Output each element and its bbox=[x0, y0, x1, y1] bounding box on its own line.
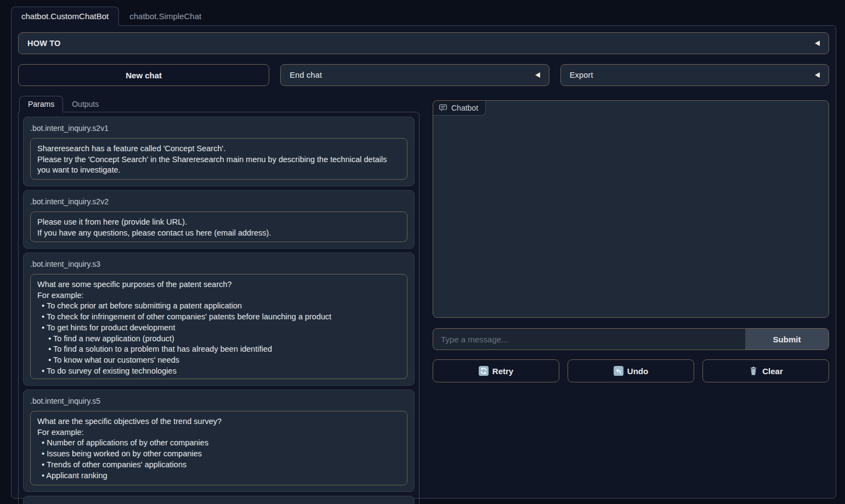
param-textarea-s2v2[interactable]: Please use it from here (provide link UR… bbox=[30, 211, 407, 242]
param-group-s5: .bot.intent_inquiry.s5 What are the spec… bbox=[23, 390, 415, 492]
chat-column: Chatbot Submit bbox=[433, 96, 829, 382]
new-chat-button[interactable]: New chat bbox=[18, 64, 269, 86]
message-composer: Submit bbox=[433, 328, 829, 350]
chevron-left-icon bbox=[815, 72, 820, 78]
param-label: .bot.intent_inquiry.s2v1 bbox=[30, 123, 407, 133]
param-label: .bot.intent_inquiry.s5 bbox=[30, 396, 407, 406]
trash-icon bbox=[748, 366, 758, 376]
clear-button[interactable]: Clear bbox=[702, 359, 829, 382]
chat-actions-row: Retry Undo bbox=[433, 359, 829, 382]
submit-button[interactable]: Submit bbox=[745, 329, 829, 350]
params-column: Params Outputs .bot.intent_inquiry.s2v1 … bbox=[18, 96, 419, 504]
param-group-s3: .bot.intent_inquiry.s3 What are some spe… bbox=[23, 253, 415, 386]
param-label: .bot.intent_inquiry.s2v2 bbox=[30, 197, 407, 207]
clear-label: Clear bbox=[762, 366, 783, 376]
retry-icon bbox=[479, 366, 489, 376]
chevron-left-icon bbox=[815, 41, 820, 46]
app-root: chatbot.CustomChatBot chatbot.SimpleChat… bbox=[0, 0, 845, 504]
undo-icon bbox=[614, 366, 623, 376]
param-group-s2v1: .bot.intent_inquiry.s2v1 Shareresearch h… bbox=[23, 117, 415, 186]
custom-chatbot-tab-panel: HOW TO New chat End chat Export Params O… bbox=[11, 25, 836, 499]
undo-button[interactable]: Undo bbox=[568, 359, 694, 382]
chatbot-label: Chatbot bbox=[433, 101, 486, 116]
chatbot-label-text: Chatbot bbox=[451, 104, 478, 112]
params-tab-nav: Params Outputs bbox=[19, 96, 419, 112]
tab-params[interactable]: Params bbox=[19, 96, 63, 112]
undo-label: Undo bbox=[627, 366, 648, 376]
message-input[interactable] bbox=[433, 329, 745, 350]
main-tab-nav: chatbot.CustomChatBot chatbot.SimpleChat bbox=[11, 7, 836, 26]
params-panel: .bot.intent_inquiry.s2v1 Shareresearch h… bbox=[18, 112, 419, 504]
retry-button[interactable]: Retry bbox=[433, 359, 559, 382]
actions-row: New chat End chat Export bbox=[18, 64, 829, 86]
end-chat-label: End chat bbox=[290, 71, 322, 79]
chatbot-panel: Chatbot bbox=[433, 100, 829, 318]
retry-label: Retry bbox=[492, 366, 513, 376]
tab-chatbot-simplechat[interactable]: chatbot.SimpleChat bbox=[119, 7, 212, 26]
chevron-left-icon bbox=[535, 72, 540, 78]
howto-label: HOW TO bbox=[27, 39, 61, 48]
tab-chatbot-customchatbot[interactable]: chatbot.CustomChatBot bbox=[11, 7, 119, 26]
content-columns: Params Outputs .bot.intent_inquiry.s2v1 … bbox=[18, 96, 829, 504]
param-group-s2v2: .bot.intent_inquiry.s2v2 Please use it f… bbox=[23, 190, 415, 249]
param-label: .bot.intent_inquiry.s3 bbox=[30, 259, 407, 269]
howto-accordion[interactable]: HOW TO bbox=[18, 32, 829, 54]
end-chat-accordion[interactable]: End chat bbox=[280, 64, 549, 86]
chat-bubble-icon bbox=[439, 104, 447, 112]
param-group-s9: .bot.intent_inquiry.s9 bbox=[23, 496, 415, 504]
param-textarea-s3[interactable]: What are some specific purposes of the p… bbox=[30, 274, 407, 379]
tab-outputs[interactable]: Outputs bbox=[63, 96, 107, 112]
param-textarea-s2v1[interactable]: Shareresearch has a feature called 'Conc… bbox=[30, 138, 407, 180]
export-accordion[interactable]: Export bbox=[560, 64, 829, 86]
param-textarea-s5[interactable]: What are the specific objectives of the … bbox=[30, 411, 407, 485]
export-label: Export bbox=[570, 71, 593, 79]
